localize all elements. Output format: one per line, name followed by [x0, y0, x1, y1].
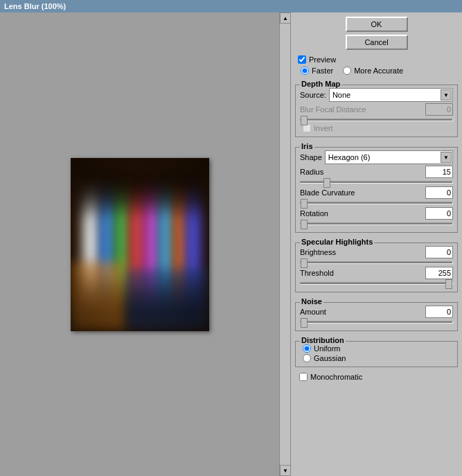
button-row: OK Cancel	[295, 17, 458, 50]
amount-row: Amount	[300, 306, 453, 318]
blade-curvature-slider-track	[300, 202, 453, 204]
blur-focal-slider-track	[300, 118, 453, 121]
noise-group: Noise Amount	[295, 302, 458, 331]
monochromatic-label: Monochromatic	[310, 373, 362, 381]
specular-group: Specular Highlights Brightness Threshold	[295, 243, 458, 292]
brightness-slider-track	[300, 261, 453, 264]
threshold-label: Threshold	[300, 269, 334, 277]
blur-focal-label: Blur Focal Distance	[300, 105, 366, 114]
amount-slider-track	[300, 321, 453, 324]
shape-select[interactable]: Triangle (3) Square (4) Pentagon (5) Hex…	[325, 150, 453, 164]
blur-focal-row: Blur Focal Distance	[300, 103, 453, 116]
shape-select-wrapper: Triangle (3) Square (4) Pentagon (5) Hex…	[325, 150, 453, 164]
more-accurate-radio-row: More Accurate	[343, 67, 403, 75]
rotation-row: Rotation	[300, 207, 453, 220]
brightness-label: Brightness	[300, 248, 336, 256]
preview-image-area	[0, 12, 279, 476]
amount-input[interactable]	[425, 306, 453, 318]
more-accurate-radio[interactable]	[343, 67, 351, 75]
rotation-input[interactable]	[425, 207, 453, 220]
source-row: Source: None Transparency Layer Mask ▼	[300, 88, 453, 102]
uniform-label: Uniform	[314, 344, 341, 353]
gaussian-radio[interactable]	[303, 354, 311, 362]
source-select-wrapper: None Transparency Layer Mask ▼	[329, 88, 453, 102]
uniform-radio[interactable]	[303, 344, 311, 353]
iris-group: Iris Shape Triangle (3) Square (4) Penta…	[295, 147, 458, 233]
source-select[interactable]: None Transparency Layer Mask	[329, 88, 453, 102]
rotation-label: Rotation	[300, 209, 328, 218]
rotation-slider-track	[300, 222, 453, 225]
preview-checkbox[interactable]	[298, 55, 306, 64]
threshold-slider-thumb[interactable]	[445, 279, 452, 289]
radius-slider-track	[300, 181, 453, 184]
blur-focal-input	[425, 103, 453, 116]
blur-focal-slider-thumb[interactable]	[301, 116, 308, 125]
distribution-section: Distribution Uniform Gaussian	[295, 341, 458, 367]
preview-image	[71, 158, 209, 331]
noise-section: Noise Amount	[295, 302, 458, 331]
blade-curvature-label: Blade Curvature	[300, 188, 355, 197]
iris-section: Iris Shape Triangle (3) Square (4) Penta…	[295, 147, 458, 233]
preview-label: Preview	[309, 55, 336, 64]
radius-input[interactable]	[425, 166, 453, 178]
invert-checkbox-row: Invert	[303, 124, 453, 132]
depth-map-section: Depth Map Source: None Transparency Laye…	[295, 85, 458, 137]
shape-label: Shape	[300, 153, 322, 161]
faster-radio-row: Faster	[301, 67, 333, 75]
depth-map-label: Depth Map	[300, 80, 341, 88]
amount-label: Amount	[300, 308, 326, 316]
brightness-row: Brightness	[300, 246, 453, 258]
preview-checkbox-row: Preview	[298, 55, 458, 64]
specular-section: Specular Highlights Brightness Threshold	[295, 243, 458, 292]
amount-slider-thumb[interactable]	[301, 318, 308, 328]
scroll-up-btn[interactable]: ▲	[280, 12, 291, 24]
invert-label: Invert	[314, 124, 333, 132]
ok-button[interactable]: OK	[346, 17, 408, 32]
title-bar: Lens Blur (100%)	[0, 0, 462, 12]
monochromatic-row: Monochromatic	[299, 373, 458, 381]
blade-curvature-input[interactable]	[425, 186, 453, 199]
iris-group-label: Iris	[300, 142, 314, 150]
source-label: Source:	[300, 91, 326, 99]
cancel-button[interactable]: Cancel	[346, 35, 408, 50]
faster-label: Faster	[312, 67, 333, 75]
threshold-input[interactable]	[425, 267, 453, 279]
radius-slider-thumb[interactable]	[323, 178, 330, 188]
blade-curvature-row: Blade Curvature	[300, 186, 453, 199]
gaussian-label: Gaussian	[314, 354, 346, 362]
preview-options-row: Faster More Accurate	[298, 67, 458, 75]
more-accurate-label: More Accurate	[354, 67, 403, 75]
scroll-down-btn[interactable]: ▼	[280, 465, 291, 476]
uniform-radio-row: Uniform	[303, 344, 453, 353]
brightness-input[interactable]	[425, 246, 453, 258]
depth-map-group: Depth Map Source: None Transparency Laye…	[295, 85, 458, 137]
rotation-slider-thumb[interactable]	[301, 220, 308, 229]
threshold-slider-track	[300, 282, 453, 285]
threshold-row: Threshold	[300, 267, 453, 279]
title-text: Lens Blur (100%)	[4, 2, 66, 10]
blade-curvature-slider-thumb[interactable]	[301, 199, 308, 209]
gaussian-radio-row: Gaussian	[303, 354, 453, 362]
preview-panel: ▲ ▼	[0, 12, 291, 476]
radius-row: Radius	[300, 166, 453, 178]
preview-scrollbar[interactable]: ▲ ▼	[279, 12, 290, 476]
specular-group-label: Specular Highlights	[300, 238, 374, 246]
distribution-group-label: Distribution	[300, 336, 346, 344]
monochromatic-checkbox[interactable]	[299, 373, 308, 381]
brightness-slider-thumb[interactable]	[301, 258, 308, 268]
radius-label: Radius	[300, 168, 323, 176]
shape-row: Shape Triangle (3) Square (4) Pentagon (…	[300, 150, 453, 164]
faster-radio[interactable]	[301, 67, 309, 75]
controls-panel: OK Cancel Preview Faster More Accurate D…	[291, 12, 462, 476]
noise-group-label: Noise	[300, 297, 323, 306]
distribution-group: Distribution Uniform Gaussian	[295, 341, 458, 367]
